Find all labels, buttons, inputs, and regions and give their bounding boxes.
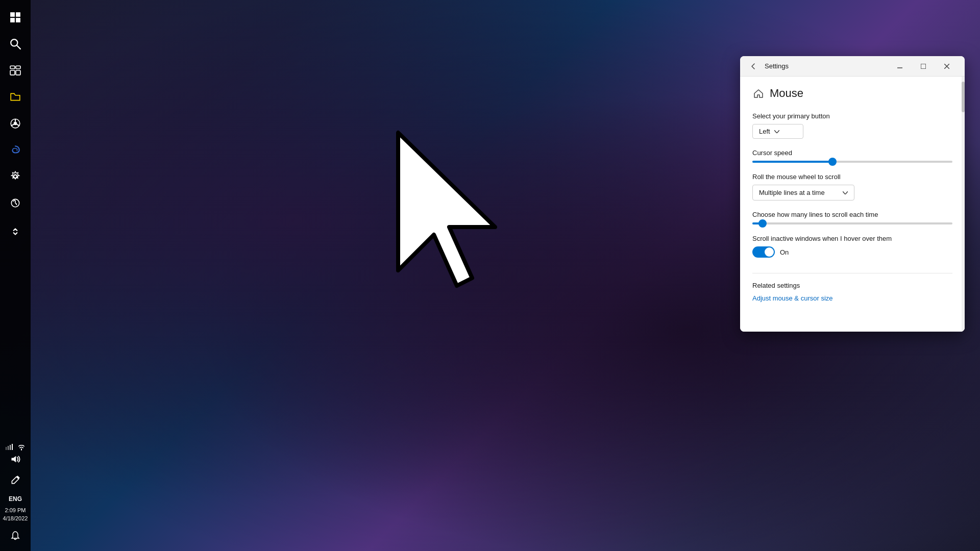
maximize-button[interactable] — [912, 58, 935, 74]
page-title: Mouse — [770, 87, 803, 100]
lines-scroll-section: Choose how many lines to scroll each tim… — [752, 211, 952, 224]
settings-content: Mouse Select your primary button Left Cu… — [740, 77, 965, 332]
related-settings-title: Related settings — [752, 282, 952, 289]
cursor-arrow — [383, 128, 526, 291]
roll-mouse-label: Roll the mouse wheel to scroll — [752, 173, 952, 181]
minimize-button[interactable] — [888, 58, 912, 74]
roll-mouse-value: Multiple lines at a time — [759, 189, 825, 196]
svg-marker-21 — [398, 133, 495, 286]
svg-rect-9 — [16, 70, 20, 75]
svg-rect-6 — [10, 66, 15, 69]
settings-taskbar-button[interactable] — [4, 165, 27, 188]
roll-mouse-chevron-icon — [843, 191, 848, 194]
expand-button[interactable] — [4, 220, 27, 243]
system-icons — [4, 441, 27, 465]
wifi-icon[interactable] — [16, 441, 27, 453]
svg-rect-7 — [16, 66, 20, 69]
svg-rect-20 — [12, 444, 13, 450]
task-view-button[interactable] — [4, 59, 27, 82]
cursor-speed-thumb[interactable] — [828, 158, 837, 166]
svg-line-14 — [11, 124, 14, 126]
back-button[interactable] — [746, 59, 761, 73]
language-indicator[interactable]: ENG — [9, 495, 22, 503]
primary-button-label: Select your primary button — [752, 112, 952, 120]
chrome-button[interactable] — [4, 112, 27, 135]
file-explorer-button[interactable] — [4, 86, 27, 108]
taskbar: ENG 2:09 PM 4/18/2022 — [0, 0, 31, 551]
network-icon[interactable] — [4, 441, 15, 453]
window-controls — [888, 58, 959, 74]
svg-rect-1 — [16, 12, 20, 17]
lines-scroll-thumb[interactable] — [758, 219, 767, 228]
svg-rect-2 — [10, 18, 15, 22]
desktop: ENG 2:09 PM 4/18/2022 — [0, 0, 980, 551]
scroll-inactive-label: Scroll inactive windows when I hover ove… — [752, 235, 952, 242]
search-button[interactable] — [4, 33, 27, 55]
scroll-inactive-status: On — [780, 248, 789, 256]
cursor-speed-label: Cursor speed — [752, 149, 952, 157]
clock[interactable]: 2:09 PM 4/18/2022 — [3, 507, 28, 522]
scrollbar-thumb[interactable] — [962, 82, 965, 112]
home-icon[interactable] — [752, 87, 765, 99]
window-title: Settings — [765, 62, 888, 70]
page-header: Mouse — [752, 87, 952, 100]
notification-button[interactable] — [4, 524, 27, 547]
lines-scroll-label: Choose how many lines to scroll each tim… — [752, 211, 952, 218]
cursor-speed-slider-container — [752, 161, 952, 163]
scrollbar[interactable] — [962, 77, 965, 332]
svg-rect-19 — [10, 445, 11, 450]
lines-scroll-track — [752, 222, 952, 224]
adjust-mouse-cursor-link[interactable]: Adjust mouse & cursor size — [752, 294, 952, 302]
scroll-inactive-toggle-container: On — [752, 246, 952, 258]
close-button[interactable] — [935, 58, 959, 74]
pen-icon[interactable] — [4, 469, 27, 491]
lines-scroll-slider-container — [752, 222, 952, 224]
title-bar: Settings — [740, 56, 965, 77]
svg-point-4 — [11, 39, 17, 46]
roll-mouse-section: Roll the mouse wheel to scroll Multiple … — [752, 173, 952, 201]
svg-line-13 — [17, 124, 19, 126]
primary-button-section: Select your primary button Left — [752, 112, 952, 139]
settings-window: Settings — [740, 56, 965, 332]
roll-mouse-dropdown[interactable]: Multiple lines at a time — [752, 185, 854, 201]
volume-icon[interactable] — [10, 454, 21, 465]
svg-point-11 — [14, 122, 17, 126]
cursor-speed-track — [752, 161, 952, 163]
primary-button-dropdown[interactable]: Left — [752, 124, 803, 139]
svg-rect-3 — [16, 18, 20, 22]
svg-line-5 — [17, 45, 20, 49]
cursor-speed-fill — [752, 161, 832, 163]
scroll-inactive-section: Scroll inactive windows when I hover ove… — [752, 235, 952, 258]
edge-button[interactable] — [4, 139, 27, 161]
dropdown-chevron-icon — [774, 130, 779, 133]
svg-rect-23 — [921, 64, 926, 69]
app8-button[interactable] — [4, 192, 27, 214]
cursor-speed-section: Cursor speed — [752, 149, 952, 163]
related-settings-section: Related settings Adjust mouse & cursor s… — [752, 273, 952, 302]
svg-rect-18 — [8, 446, 9, 450]
primary-button-value: Left — [759, 128, 770, 135]
svg-rect-8 — [10, 70, 15, 75]
scroll-inactive-toggle[interactable] — [752, 246, 775, 258]
start-button[interactable] — [4, 6, 27, 29]
svg-rect-17 — [6, 447, 7, 450]
svg-rect-0 — [10, 12, 15, 17]
